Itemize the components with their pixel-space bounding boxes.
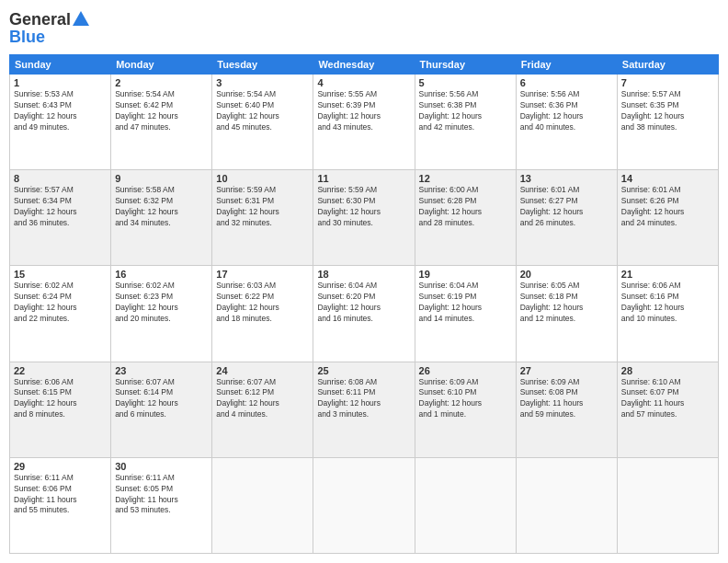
day-info: Sunrise: 6:09 AM Sunset: 6:10 PM Dayligh… (419, 377, 512, 421)
day-info: Sunrise: 5:57 AM Sunset: 6:35 PM Dayligh… (621, 89, 714, 133)
day-number: 19 (419, 269, 512, 280)
day-number: 7 (621, 77, 714, 88)
calendar-cell: 2Sunrise: 5:54 AM Sunset: 6:42 PM Daylig… (111, 75, 212, 170)
day-info: Sunrise: 5:58 AM Sunset: 6:32 PM Dayligh… (115, 185, 208, 229)
calendar-cell: 24Sunrise: 6:07 AM Sunset: 6:12 PM Dayli… (212, 362, 313, 457)
day-number: 8 (14, 173, 107, 184)
day-number: 10 (216, 173, 309, 184)
calendar-week-4: 22Sunrise: 6:06 AM Sunset: 6:15 PM Dayli… (10, 362, 719, 457)
day-number: 21 (621, 269, 714, 280)
calendar-cell: 8Sunrise: 5:57 AM Sunset: 6:34 PM Daylig… (10, 170, 111, 266)
day-info: Sunrise: 5:53 AM Sunset: 6:43 PM Dayligh… (14, 89, 107, 133)
day-info: Sunrise: 5:54 AM Sunset: 6:42 PM Dayligh… (115, 89, 208, 133)
day-number: 3 (216, 77, 309, 88)
day-number: 17 (216, 269, 309, 280)
calendar-cell (212, 457, 313, 553)
calendar-cell: 29Sunrise: 6:11 AM Sunset: 6:06 PM Dayli… (10, 457, 111, 553)
calendar-cell (313, 457, 415, 553)
day-info: Sunrise: 6:11 AM Sunset: 6:05 PM Dayligh… (115, 473, 208, 517)
day-number: 15 (14, 269, 107, 280)
day-info: Sunrise: 5:59 AM Sunset: 6:30 PM Dayligh… (317, 185, 410, 229)
calendar-cell: 26Sunrise: 6:09 AM Sunset: 6:10 PM Dayli… (415, 362, 516, 457)
day-number: 28 (621, 365, 714, 376)
calendar-cell: 1Sunrise: 5:53 AM Sunset: 6:43 PM Daylig… (10, 75, 111, 170)
calendar-cell: 16Sunrise: 6:02 AM Sunset: 6:23 PM Dayli… (111, 266, 212, 362)
day-info: Sunrise: 6:09 AM Sunset: 6:08 PM Dayligh… (520, 377, 613, 421)
weekday-header-monday: Monday (111, 55, 212, 75)
calendar-cell (617, 457, 718, 553)
calendar-cell: 19Sunrise: 6:04 AM Sunset: 6:19 PM Dayli… (415, 266, 516, 362)
day-info: Sunrise: 6:07 AM Sunset: 6:14 PM Dayligh… (115, 377, 208, 421)
weekday-header-row: SundayMondayTuesdayWednesdayThursdayFrid… (10, 55, 719, 75)
calendar: SundayMondayTuesdayWednesdayThursdayFrid… (9, 54, 719, 554)
calendar-cell: 11Sunrise: 5:59 AM Sunset: 6:30 PM Dayli… (313, 170, 415, 266)
day-info: Sunrise: 6:05 AM Sunset: 6:18 PM Dayligh… (520, 281, 613, 325)
logo: General Blue (9, 9, 91, 47)
day-info: Sunrise: 6:01 AM Sunset: 6:27 PM Dayligh… (520, 185, 613, 229)
calendar-week-2: 8Sunrise: 5:57 AM Sunset: 6:34 PM Daylig… (10, 170, 719, 266)
weekday-header-sunday: Sunday (10, 55, 111, 75)
day-number: 1 (14, 77, 107, 88)
calendar-cell: 13Sunrise: 6:01 AM Sunset: 6:27 PM Dayli… (516, 170, 617, 266)
calendar-cell: 15Sunrise: 6:02 AM Sunset: 6:24 PM Dayli… (10, 266, 111, 362)
calendar-cell: 23Sunrise: 6:07 AM Sunset: 6:14 PM Dayli… (111, 362, 212, 457)
weekday-header-friday: Friday (516, 55, 617, 75)
day-number: 20 (520, 269, 613, 280)
calendar-cell: 22Sunrise: 6:06 AM Sunset: 6:15 PM Dayli… (10, 362, 111, 457)
calendar-cell: 18Sunrise: 6:04 AM Sunset: 6:20 PM Dayli… (313, 266, 415, 362)
calendar-week-3: 15Sunrise: 6:02 AM Sunset: 6:24 PM Dayli… (10, 266, 719, 362)
day-number: 11 (317, 173, 410, 184)
calendar-cell: 4Sunrise: 5:55 AM Sunset: 6:39 PM Daylig… (313, 75, 415, 170)
calendar-cell (415, 457, 516, 553)
day-info: Sunrise: 6:02 AM Sunset: 6:23 PM Dayligh… (115, 281, 208, 325)
calendar-cell: 20Sunrise: 6:05 AM Sunset: 6:18 PM Dayli… (516, 266, 617, 362)
logo-blue: Blue (9, 28, 91, 47)
day-info: Sunrise: 6:06 AM Sunset: 6:15 PM Dayligh… (14, 377, 107, 421)
day-info: Sunrise: 5:55 AM Sunset: 6:39 PM Dayligh… (317, 89, 410, 133)
day-number: 6 (520, 77, 613, 88)
day-info: Sunrise: 6:01 AM Sunset: 6:26 PM Dayligh… (621, 185, 714, 229)
calendar-cell: 30Sunrise: 6:11 AM Sunset: 6:05 PM Dayli… (111, 457, 212, 553)
day-number: 23 (115, 365, 208, 376)
calendar-week-1: 1Sunrise: 5:53 AM Sunset: 6:43 PM Daylig… (10, 75, 719, 170)
day-number: 5 (419, 77, 512, 88)
weekday-header-wednesday: Wednesday (313, 55, 415, 75)
day-info: Sunrise: 6:07 AM Sunset: 6:12 PM Dayligh… (216, 377, 309, 421)
day-number: 14 (621, 173, 714, 184)
logo-general: General (9, 10, 71, 29)
day-info: Sunrise: 6:04 AM Sunset: 6:20 PM Dayligh… (317, 281, 410, 325)
day-number: 27 (520, 365, 613, 376)
day-info: Sunrise: 6:11 AM Sunset: 6:06 PM Dayligh… (14, 473, 107, 517)
day-number: 18 (317, 269, 410, 280)
calendar-cell: 17Sunrise: 6:03 AM Sunset: 6:22 PM Dayli… (212, 266, 313, 362)
logo-icon (71, 9, 91, 29)
weekday-header-thursday: Thursday (415, 55, 516, 75)
day-number: 9 (115, 173, 208, 184)
day-number: 24 (216, 365, 309, 376)
svg-marker-0 (73, 11, 89, 26)
day-number: 30 (115, 461, 208, 472)
calendar-cell: 3Sunrise: 5:54 AM Sunset: 6:40 PM Daylig… (212, 75, 313, 170)
calendar-cell: 10Sunrise: 5:59 AM Sunset: 6:31 PM Dayli… (212, 170, 313, 266)
day-info: Sunrise: 5:59 AM Sunset: 6:31 PM Dayligh… (216, 185, 309, 229)
day-info: Sunrise: 6:08 AM Sunset: 6:11 PM Dayligh… (317, 377, 410, 421)
day-number: 13 (520, 173, 613, 184)
calendar-cell (516, 457, 617, 553)
calendar-cell: 12Sunrise: 6:00 AM Sunset: 6:28 PM Dayli… (415, 170, 516, 266)
day-info: Sunrise: 6:00 AM Sunset: 6:28 PM Dayligh… (419, 185, 512, 229)
calendar-cell: 27Sunrise: 6:09 AM Sunset: 6:08 PM Dayli… (516, 362, 617, 457)
calendar-cell: 6Sunrise: 5:56 AM Sunset: 6:36 PM Daylig… (516, 75, 617, 170)
day-info: Sunrise: 6:06 AM Sunset: 6:16 PM Dayligh… (621, 281, 714, 325)
day-number: 12 (419, 173, 512, 184)
day-info: Sunrise: 6:03 AM Sunset: 6:22 PM Dayligh… (216, 281, 309, 325)
calendar-cell: 21Sunrise: 6:06 AM Sunset: 6:16 PM Dayli… (617, 266, 718, 362)
calendar-cell: 28Sunrise: 6:10 AM Sunset: 6:07 PM Dayli… (617, 362, 718, 457)
weekday-header-saturday: Saturday (617, 55, 718, 75)
day-info: Sunrise: 6:10 AM Sunset: 6:07 PM Dayligh… (621, 377, 714, 421)
day-number: 26 (419, 365, 512, 376)
day-number: 22 (14, 365, 107, 376)
calendar-cell: 25Sunrise: 6:08 AM Sunset: 6:11 PM Dayli… (313, 362, 415, 457)
day-info: Sunrise: 5:54 AM Sunset: 6:40 PM Dayligh… (216, 89, 309, 133)
day-number: 2 (115, 77, 208, 88)
calendar-cell: 14Sunrise: 6:01 AM Sunset: 6:26 PM Dayli… (617, 170, 718, 266)
